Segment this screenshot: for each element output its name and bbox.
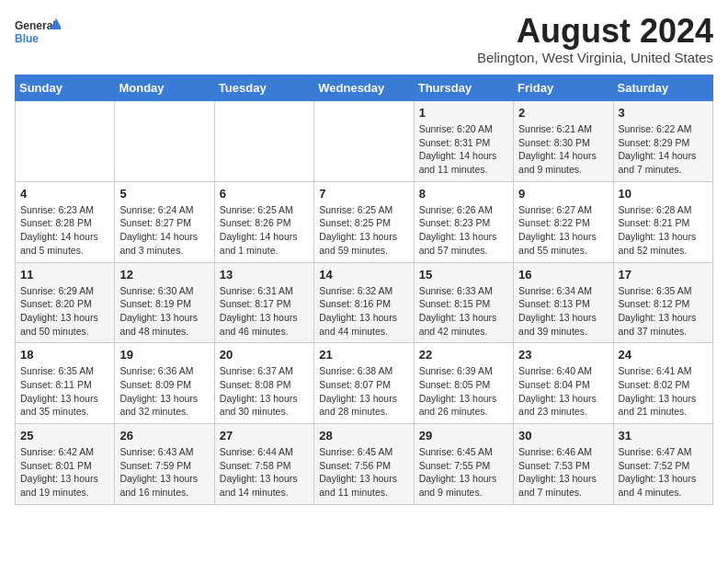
- day-info: Sunrise: 6:44 AM Sunset: 7:58 PM Dayligh…: [220, 445, 309, 500]
- day-number: 16: [518, 268, 608, 282]
- day-number: 29: [419, 429, 508, 442]
- day-info: Sunrise: 6:21 AM Sunset: 8:30 PM Dayligh…: [518, 122, 608, 177]
- calendar-cell: 22Sunrise: 6:39 AM Sunset: 8:05 PM Dayli…: [414, 343, 513, 424]
- calendar-cell: 10Sunrise: 6:28 AM Sunset: 8:21 PM Dayli…: [613, 181, 712, 262]
- day-header-friday: Friday: [514, 75, 613, 101]
- day-info: Sunrise: 6:43 AM Sunset: 7:59 PM Dayligh…: [119, 445, 209, 500]
- day-info: Sunrise: 6:33 AM Sunset: 8:15 PM Dayligh…: [419, 284, 508, 339]
- calendar-week-4: 18Sunrise: 6:35 AM Sunset: 8:11 PM Dayli…: [16, 343, 713, 424]
- calendar-cell: [16, 101, 115, 182]
- day-info: Sunrise: 6:40 AM Sunset: 8:04 PM Dayligh…: [518, 364, 608, 419]
- calendar-cell: [214, 101, 313, 182]
- day-info: Sunrise: 6:45 AM Sunset: 7:55 PM Dayligh…: [419, 445, 508, 500]
- calendar-cell: 27Sunrise: 6:44 AM Sunset: 7:58 PM Dayli…: [214, 424, 313, 505]
- calendar-cell: 23Sunrise: 6:40 AM Sunset: 8:04 PM Dayli…: [514, 343, 613, 424]
- day-number: 5: [119, 187, 209, 201]
- calendar-cell: 21Sunrise: 6:38 AM Sunset: 8:07 PM Dayli…: [314, 343, 414, 424]
- calendar-cell: 7Sunrise: 6:25 AM Sunset: 8:25 PM Daylig…: [314, 181, 414, 262]
- day-info: Sunrise: 6:25 AM Sunset: 8:25 PM Dayligh…: [319, 203, 408, 258]
- calendar-cell: 13Sunrise: 6:31 AM Sunset: 8:17 PM Dayli…: [214, 262, 313, 343]
- day-header-saturday: Saturday: [613, 75, 712, 101]
- calendar-cell: 9Sunrise: 6:27 AM Sunset: 8:22 PM Daylig…: [514, 181, 613, 262]
- calendar-week-5: 25Sunrise: 6:42 AM Sunset: 8:01 PM Dayli…: [16, 424, 713, 505]
- calendar-cell: 25Sunrise: 6:42 AM Sunset: 8:01 PM Dayli…: [16, 424, 115, 505]
- day-number: 23: [518, 348, 608, 362]
- day-info: Sunrise: 6:32 AM Sunset: 8:16 PM Dayligh…: [319, 284, 408, 339]
- day-info: Sunrise: 6:38 AM Sunset: 8:07 PM Dayligh…: [319, 364, 408, 419]
- calendar-cell: 6Sunrise: 6:25 AM Sunset: 8:26 PM Daylig…: [214, 181, 313, 262]
- calendar-week-2: 4Sunrise: 6:23 AM Sunset: 8:28 PM Daylig…: [16, 181, 713, 262]
- day-info: Sunrise: 6:36 AM Sunset: 8:09 PM Dayligh…: [119, 364, 209, 419]
- calendar-header-row: SundayMondayTuesdayWednesdayThursdayFrid…: [16, 75, 713, 101]
- svg-text:General: General: [15, 19, 56, 32]
- calendar-table: SundayMondayTuesdayWednesdayThursdayFrid…: [15, 75, 713, 505]
- day-info: Sunrise: 6:20 AM Sunset: 8:31 PM Dayligh…: [419, 122, 508, 177]
- day-info: Sunrise: 6:26 AM Sunset: 8:23 PM Dayligh…: [419, 203, 508, 258]
- calendar-cell: 30Sunrise: 6:46 AM Sunset: 7:53 PM Dayli…: [514, 424, 613, 505]
- calendar-cell: 29Sunrise: 6:45 AM Sunset: 7:55 PM Dayli…: [414, 424, 513, 505]
- day-number: 6: [220, 187, 309, 201]
- calendar-cell: 8Sunrise: 6:26 AM Sunset: 8:23 PM Daylig…: [414, 181, 513, 262]
- day-number: 22: [419, 348, 508, 362]
- location-title: Belington, West Virginia, United States: [477, 50, 713, 65]
- day-info: Sunrise: 6:22 AM Sunset: 8:29 PM Dayligh…: [619, 122, 708, 177]
- calendar-cell: 19Sunrise: 6:36 AM Sunset: 8:09 PM Dayli…: [115, 343, 214, 424]
- day-info: Sunrise: 6:35 AM Sunset: 8:12 PM Dayligh…: [619, 284, 708, 339]
- day-info: Sunrise: 6:37 AM Sunset: 8:08 PM Dayligh…: [220, 364, 309, 419]
- calendar-cell: 24Sunrise: 6:41 AM Sunset: 8:02 PM Dayli…: [613, 343, 712, 424]
- day-number: 2: [518, 106, 608, 120]
- day-info: Sunrise: 6:47 AM Sunset: 7:52 PM Dayligh…: [619, 445, 708, 500]
- calendar-cell: [314, 101, 414, 182]
- day-info: Sunrise: 6:35 AM Sunset: 8:11 PM Dayligh…: [20, 364, 109, 419]
- day-number: 15: [419, 268, 508, 282]
- calendar-cell: 3Sunrise: 6:22 AM Sunset: 8:29 PM Daylig…: [613, 101, 712, 182]
- calendar-cell: 11Sunrise: 6:29 AM Sunset: 8:20 PM Dayli…: [16, 262, 115, 343]
- day-info: Sunrise: 6:30 AM Sunset: 8:19 PM Dayligh…: [119, 284, 209, 339]
- day-number: 3: [619, 106, 708, 120]
- day-info: Sunrise: 6:31 AM Sunset: 8:17 PM Dayligh…: [220, 284, 309, 339]
- calendar-cell: 28Sunrise: 6:45 AM Sunset: 7:56 PM Dayli…: [314, 424, 414, 505]
- day-info: Sunrise: 6:41 AM Sunset: 8:02 PM Dayligh…: [619, 364, 708, 419]
- day-header-monday: Monday: [115, 75, 214, 101]
- calendar-cell: 20Sunrise: 6:37 AM Sunset: 8:08 PM Dayli…: [214, 343, 313, 424]
- calendar-cell: 12Sunrise: 6:30 AM Sunset: 8:19 PM Dayli…: [115, 262, 214, 343]
- day-info: Sunrise: 6:45 AM Sunset: 7:56 PM Dayligh…: [319, 445, 408, 500]
- day-number: 30: [518, 429, 608, 442]
- day-number: 28: [319, 429, 408, 442]
- title-area: August 2024 Belington, West Virginia, Un…: [477, 15, 713, 65]
- day-number: 11: [20, 268, 109, 282]
- day-header-wednesday: Wednesday: [314, 75, 414, 101]
- month-title: August 2024: [477, 15, 713, 48]
- day-number: 8: [419, 187, 508, 201]
- day-number: 4: [20, 187, 109, 201]
- day-number: 18: [20, 348, 109, 362]
- logo: General Blue: [15, 15, 61, 52]
- calendar-cell: [115, 101, 214, 182]
- day-number: 20: [220, 348, 309, 362]
- day-info: Sunrise: 6:29 AM Sunset: 8:20 PM Dayligh…: [20, 284, 109, 339]
- day-info: Sunrise: 6:42 AM Sunset: 8:01 PM Dayligh…: [20, 445, 109, 500]
- day-number: 14: [319, 268, 408, 282]
- calendar-cell: 18Sunrise: 6:35 AM Sunset: 8:11 PM Dayli…: [16, 343, 115, 424]
- calendar-week-1: 1Sunrise: 6:20 AM Sunset: 8:31 PM Daylig…: [16, 101, 713, 182]
- day-number: 26: [119, 429, 209, 442]
- day-number: 17: [619, 268, 708, 282]
- day-number: 25: [20, 429, 109, 442]
- day-number: 7: [319, 187, 408, 201]
- calendar-cell: 17Sunrise: 6:35 AM Sunset: 8:12 PM Dayli…: [613, 262, 712, 343]
- calendar-cell: 14Sunrise: 6:32 AM Sunset: 8:16 PM Dayli…: [314, 262, 414, 343]
- svg-text:Blue: Blue: [15, 32, 39, 45]
- calendar-cell: 26Sunrise: 6:43 AM Sunset: 7:59 PM Dayli…: [115, 424, 214, 505]
- day-info: Sunrise: 6:39 AM Sunset: 8:05 PM Dayligh…: [419, 364, 508, 419]
- day-number: 27: [220, 429, 309, 442]
- calendar-cell: 31Sunrise: 6:47 AM Sunset: 7:52 PM Dayli…: [613, 424, 712, 505]
- day-number: 31: [619, 429, 708, 442]
- day-header-thursday: Thursday: [414, 75, 513, 101]
- calendar-cell: 4Sunrise: 6:23 AM Sunset: 8:28 PM Daylig…: [16, 181, 115, 262]
- day-number: 19: [119, 348, 209, 362]
- day-info: Sunrise: 6:27 AM Sunset: 8:22 PM Dayligh…: [518, 203, 608, 258]
- day-info: Sunrise: 6:46 AM Sunset: 7:53 PM Dayligh…: [518, 445, 608, 500]
- day-number: 9: [518, 187, 608, 201]
- day-header-sunday: Sunday: [16, 75, 115, 101]
- calendar-cell: 1Sunrise: 6:20 AM Sunset: 8:31 PM Daylig…: [414, 101, 513, 182]
